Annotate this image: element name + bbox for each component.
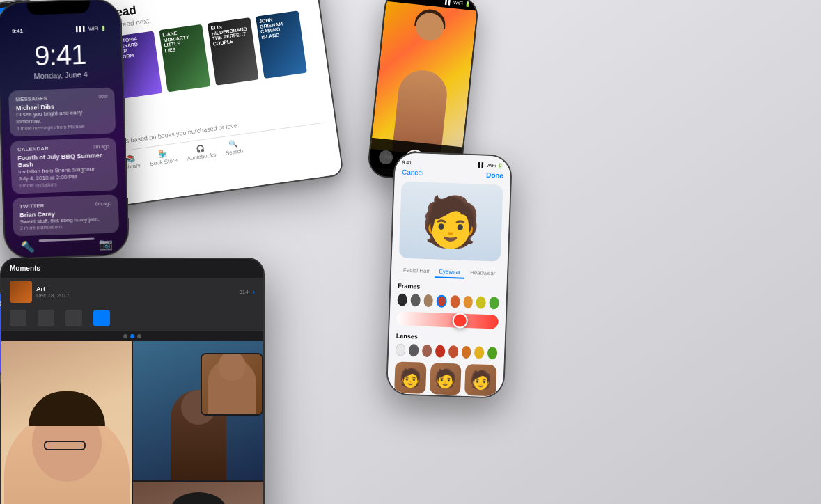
memoji-face-preview: 🧑: [399, 182, 503, 262]
moments-title: Moments: [10, 265, 40, 272]
scene: Want To Read Books you'd like to read ne…: [0, 0, 821, 504]
notification-messages: MESSAGES now Michael Dibs I'll see you b…: [8, 87, 116, 136]
tab-search[interactable]: 🔍 Search: [224, 139, 243, 156]
lens-color-red[interactable]: [435, 345, 445, 357]
facetime-selfview: [201, 353, 263, 416]
facetime-cell-3: [133, 482, 263, 504]
frame-color-tan[interactable]: [423, 294, 433, 307]
memoji-tab-facial-hair[interactable]: Facial Hair: [399, 265, 435, 278]
memoji-done-button[interactable]: Done: [486, 171, 503, 180]
lens-color-gray[interactable]: [409, 344, 419, 356]
iphone-x-lock-device: 9:41 ▌▌▌ WiFi 🔋 9:41 Monday, June 4 MESS…: [0, 0, 130, 260]
memoji-variant-3[interactable]: 🧑: [464, 364, 496, 397]
memoji-topbar: Cancel Done: [402, 168, 503, 180]
frame-color-green[interactable]: [490, 297, 499, 309]
memoji-lenses-colors: [396, 343, 498, 359]
moments-art-row: Art Dec 18, 2017 314 ›: [1, 278, 263, 306]
memoji-lenses-label: Lenses: [396, 332, 498, 342]
memoji-frames-colors: [397, 293, 499, 309]
camera-icon[interactable]: 📷: [98, 237, 113, 251]
memoji-cancel-button[interactable]: Cancel: [402, 168, 424, 177]
memoji-slider-thumb[interactable]: [453, 313, 469, 329]
moments-bar: Moments: [1, 259, 263, 278]
moments-icon-3[interactable]: [65, 310, 82, 326]
lens-color-amber[interactable]: [461, 346, 471, 359]
pagination-dots: [1, 331, 263, 341]
lock-bottom-controls: 🔦 📷: [14, 237, 120, 253]
lock-time: 9:41: [7, 38, 114, 72]
notification-twitter: TWITTER 6m ago Brian Carey Sweet stuff, …: [12, 194, 119, 237]
moments-icon-1[interactable]: [10, 310, 26, 326]
moments-date: Dec 18, 2017: [36, 292, 235, 299]
moments-chevron-icon[interactable]: ›: [253, 288, 255, 296]
frame-color-gray[interactable]: [410, 294, 420, 306]
flashlight-icon[interactable]: 🔦: [21, 239, 36, 253]
lens-color-white[interactable]: [396, 343, 406, 356]
lens-color-yellow[interactable]: [474, 346, 484, 359]
frame-color-red-selected[interactable]: [437, 294, 447, 308]
memoji-variant-1[interactable]: 🧑: [394, 361, 426, 394]
memoji-avatar-variants: 🧑 🧑 🧑: [394, 361, 496, 396]
memoji-frames-label: Frames: [398, 282, 499, 292]
iphone-memoji-device: 9:41 ▌▌ WiFi 🔋 Cancel Done 🧑 Facial Hair…: [386, 151, 513, 399]
frame-color-yellow[interactable]: [476, 296, 486, 308]
memoji-tab-headwear[interactable]: Headwear: [466, 267, 500, 281]
frame-color-amber[interactable]: [463, 296, 473, 308]
tab-audiobooks[interactable]: 🎧 Audiobooks: [185, 143, 216, 162]
book-cover-3[interactable]: LIANEMORIARTYLITTLELIES: [159, 24, 210, 93]
moments-thumbnail: [10, 281, 32, 303]
frame-color-black[interactable]: [397, 293, 407, 306]
memoji-tab-eyewear[interactable]: Eyewear: [435, 266, 465, 278]
home-indicator-x: [39, 237, 95, 242]
lens-color-orange[interactable]: [448, 345, 458, 358]
memoji-variant-2[interactable]: 🧑: [430, 363, 462, 395]
moments-icon-row: [1, 306, 263, 331]
lens-color-green[interactable]: [487, 347, 497, 359]
memoji-tabs: Facial Hair Eyewear Headwear: [398, 265, 501, 280]
notch: [27, 1, 91, 15]
portrait-photo: [370, 1, 477, 158]
memoji-color-slider[interactable]: [396, 311, 499, 329]
camera-flip-icon[interactable]: [378, 150, 393, 165]
frame-color-orange[interactable]: [450, 295, 460, 308]
book-cover-4[interactable]: ElinHilderbrandTHE PERFECTCOUPLE: [208, 17, 259, 86]
facetime-cell-2: [1, 341, 132, 504]
book-cover-5[interactable]: JOHNGRISHAMCAMINOISLAND: [256, 10, 307, 79]
ipad-facetime-device: Moments Art Dec 18, 2017 314 ›: [0, 258, 265, 504]
tab-book-store[interactable]: 🏪 Book Store: [148, 148, 178, 167]
memoji-face-emoji: 🧑: [420, 192, 483, 251]
moments-count: 314: [239, 289, 248, 295]
moments-category: Art: [36, 285, 235, 292]
moments-icon-2[interactable]: [38, 310, 54, 326]
notification-calendar: CALENDAR 3m ago Fourth of July BBQ Summe…: [10, 137, 118, 194]
moments-icon-search[interactable]: [93, 310, 110, 326]
lens-color-brown[interactable]: [422, 345, 432, 357]
